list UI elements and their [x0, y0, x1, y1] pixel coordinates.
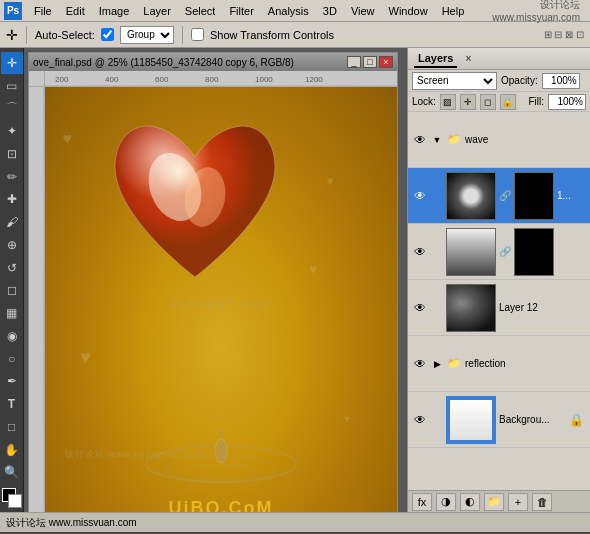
shape-tool[interactable]: □: [1, 416, 23, 438]
menu-3d[interactable]: 3D: [317, 3, 343, 19]
layer-visibility-reflection[interactable]: 👁: [412, 356, 428, 372]
layers-tab[interactable]: Layers: [414, 50, 457, 68]
window-controls: _ □ ×: [347, 56, 393, 68]
group-select[interactable]: Group: [120, 26, 174, 44]
menu-bar: Ps File Edit Image Layer Select Filter A…: [0, 0, 590, 22]
layer-name-reflection: reflection: [465, 358, 586, 369]
foreground-color[interactable]: [2, 488, 22, 508]
move-tool[interactable]: ✛: [1, 52, 23, 74]
layer-item-2[interactable]: 👁 🔗: [408, 224, 590, 280]
layer-item-1[interactable]: 👁 🔗 1...: [408, 168, 590, 224]
pen-tool[interactable]: ✒: [1, 371, 23, 393]
menu-window[interactable]: Window: [383, 3, 434, 19]
blur-tool[interactable]: ◉: [1, 325, 23, 347]
create-group-button[interactable]: 📁: [484, 493, 504, 511]
layer-item-reflection[interactable]: 👁 ▶ 📁 reflection: [408, 336, 590, 392]
history-brush[interactable]: ↺: [1, 257, 23, 279]
menu-image[interactable]: Image: [93, 3, 136, 19]
maximize-button[interactable]: □: [363, 56, 377, 68]
zoom-tool[interactable]: 🔍: [1, 462, 23, 484]
auto-select-checkbox[interactable]: [101, 28, 114, 41]
layer-visibility-wave[interactable]: 👁: [412, 132, 428, 148]
menu-edit[interactable]: Edit: [60, 3, 91, 19]
brush-tool[interactable]: 🖌: [1, 211, 23, 233]
layer-name-bg: Backgrou...: [499, 414, 566, 425]
auto-select-label: Auto-Select:: [35, 29, 95, 41]
new-layer-button[interactable]: +: [508, 493, 528, 511]
menu-help[interactable]: Help: [436, 3, 471, 19]
lock-all-icon[interactable]: 🔒: [500, 94, 516, 110]
magic-wand-tool[interactable]: ✦: [1, 120, 23, 142]
layer-visibility-1[interactable]: 👁: [412, 188, 428, 204]
lock-pixels-icon[interactable]: ▨: [440, 94, 456, 110]
hand-tool[interactable]: ✋: [1, 439, 23, 461]
gradient-tool[interactable]: ▦: [1, 302, 23, 324]
thumb-bg: [448, 398, 494, 442]
document-titlebar: ove_final.psd @ 25% (1185450_43742840 co…: [29, 53, 397, 71]
layer-info-bg: Backgrou...: [499, 414, 566, 425]
thumb-wave-1: [447, 173, 495, 219]
menu-filter[interactable]: Filter: [223, 3, 259, 19]
thumb-black-1: [515, 173, 553, 219]
layer-name-12: Layer 12: [499, 302, 586, 313]
menu-select[interactable]: Select: [179, 3, 222, 19]
crop-tool[interactable]: ⊡: [1, 143, 23, 165]
layer-thumb-12: [446, 284, 496, 332]
brush-icons: ⊞ ⊟ ⊠ ⊡: [544, 29, 584, 40]
add-mask-button[interactable]: ◑: [436, 493, 456, 511]
bokeh-heart-5: ♥: [344, 413, 364, 433]
menu-layer[interactable]: Layer: [137, 3, 177, 19]
opacity-label: Opacity:: [501, 75, 538, 86]
eyedropper-tool[interactable]: ✏: [1, 166, 23, 188]
bokeh-heart-4: ♥: [309, 261, 329, 281]
blend-mode-select[interactable]: Screen: [412, 72, 497, 90]
document-window: ove_final.psd @ 25% (1185450_43742840 co…: [28, 52, 398, 512]
layer-expand-reflection[interactable]: ▶: [431, 358, 443, 370]
layer-item-bg[interactable]: 👁 Backgrou... 🔒: [408, 392, 590, 448]
layer-visibility-12[interactable]: 👁: [412, 300, 428, 316]
layer-expand-wave[interactable]: ▼: [431, 134, 443, 146]
lock-row: Lock: ▨ ✛ ◻ 🔒 Fill:: [408, 92, 590, 112]
svg-point-12: [186, 464, 256, 480]
marquee-tool[interactable]: ▭: [1, 75, 23, 97]
dodge-tool[interactable]: ○: [1, 348, 23, 370]
canvas-image[interactable]: ♥ ♥ ♥ ♥ ♥ ♥: [45, 87, 397, 512]
layer-mask-1: [514, 172, 554, 220]
divider2: [182, 26, 183, 44]
bokeh-heart-3: ♥: [80, 347, 100, 367]
layer-item-wave-group[interactable]: 👁 ▼ 📁 wave: [408, 112, 590, 168]
clone-tool[interactable]: ⊕: [1, 234, 23, 256]
layer-item-12[interactable]: 👁 Layer 12: [408, 280, 590, 336]
minimize-button[interactable]: _: [347, 56, 361, 68]
group-icon-reflection: 📁: [446, 356, 462, 372]
lock-label: Lock:: [412, 96, 436, 107]
layers-tab-close[interactable]: ×: [465, 53, 471, 64]
lock-transparency-icon[interactable]: ◻: [480, 94, 496, 110]
text-tool[interactable]: T: [1, 393, 23, 415]
menu-file[interactable]: File: [28, 3, 58, 19]
group-icon-wave: 📁: [446, 132, 462, 148]
lasso-tool[interactable]: ⌒: [1, 98, 23, 120]
menu-analysis[interactable]: Analysis: [262, 3, 315, 19]
layer-visibility-bg[interactable]: 👁: [412, 412, 428, 428]
delete-layer-button[interactable]: 🗑: [532, 493, 552, 511]
healing-tool[interactable]: ✚: [1, 189, 23, 211]
move-tool-icon: ✛: [6, 27, 18, 43]
eraser-tool[interactable]: ◻: [1, 280, 23, 302]
add-fx-button[interactable]: fx: [412, 493, 432, 511]
fill-input[interactable]: [548, 94, 586, 110]
layers-bottom: fx ◑ ◐ 📁 + 🗑: [408, 490, 590, 512]
add-adjustment-button[interactable]: ◐: [460, 493, 480, 511]
layer-visibility-2[interactable]: 👁: [412, 244, 428, 260]
menu-view[interactable]: View: [345, 3, 381, 19]
layers-header: Layers ×: [408, 48, 590, 70]
lock-position-icon[interactable]: ✛: [460, 94, 476, 110]
transform-checkbox[interactable]: [191, 28, 204, 41]
blend-mode-row: Screen Opacity:: [408, 70, 590, 92]
opacity-input[interactable]: [542, 73, 580, 89]
layer-thumb-bg: [446, 396, 496, 444]
close-button[interactable]: ×: [379, 56, 393, 68]
uibq-watermark: UiBQ.CoM: [45, 498, 397, 512]
divider: [26, 26, 27, 44]
layer-name-1: 1...: [557, 190, 586, 201]
